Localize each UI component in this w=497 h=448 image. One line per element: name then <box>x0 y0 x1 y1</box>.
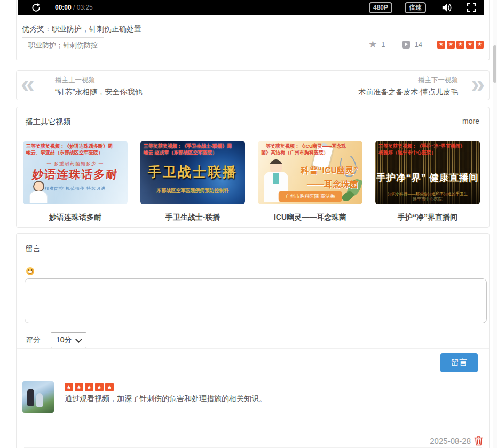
thumb-award-banner: 三等奖获奖视频：《妙语连珠话多耐》周峻云、李亚喆（东部战区空军医院） <box>26 143 115 156</box>
video-thumbnail[interactable]: 一等奖获奖视频：《ICU幽灵——耳念珠菌》高洁梅（广州市胸科医院） 科普“ICU… <box>258 141 362 204</box>
section-heading: 播主其它视频 <box>26 117 70 127</box>
rating-star-icon: ★ <box>456 41 464 49</box>
thumbnail-row: 三等奖获奖视频：《妙语连珠话多耐》周峻云、李亚喆（东部战区空军医院） 一 多重耐… <box>23 141 480 222</box>
chevron-down-icon <box>75 336 82 343</box>
thumb-main-text: 妙语连珠话多耐 <box>23 167 128 182</box>
thumb-award-banner: 三等奖获奖视频：《手卫生战士-联播》周峻云 赵戎章（东部战区空军医院） <box>144 143 232 156</box>
video-title: 优秀奖：职业防护，针刺伤正确处置 <box>22 25 141 34</box>
thumb-main-text: 手卫战士联播 <box>140 163 245 181</box>
speed-button[interactable]: 倍速 <box>405 2 426 13</box>
video-player-controls: 00:00 / 03:25 480P 倍速 <box>18 0 484 15</box>
replay-icon[interactable] <box>31 3 41 13</box>
fullscreen-icon[interactable] <box>467 3 476 12</box>
video-card-title[interactable]: ICU幽灵——耳念珠菌 <box>258 213 362 222</box>
video-tag[interactable]: 职业防护；针刺伤防控 <box>22 37 104 53</box>
rating-select-value: 10分 <box>56 335 72 345</box>
comments-section: 留言 评分 10分 留言 ★ ★ ★ ★ ★ 通过观看视频，加深了针刺伤的危害和… <box>16 233 490 448</box>
prev-next-nav: « 播主上一视频 “针芯”永相随，安全你我他 播主下一视频 术前准备之备皮术-懂… <box>16 70 490 100</box>
scrollbar-thumb[interactable] <box>493 45 496 83</box>
thumb-main-text: 手护净“界” 健康直播间 <box>375 171 480 184</box>
thumb-award-banner: 一等奖获奖视频：《ICU幽灵——耳念珠菌》高洁梅（广州市胸科医院） <box>261 143 350 156</box>
video-thumbnail[interactable]: 三等奖获奖视频：《手卫生战士-联播》周峻云 赵戎章（东部战区空军医院） 手卫战士… <box>140 141 245 204</box>
thumb-award-banner: 三等奖获奖视频：《手护“净”界直播间》杨雅婷（遂宁市中心医院） <box>378 143 467 156</box>
video-card[interactable]: 三等奖获奖视频：《手护“净”界直播间》杨雅婷（遂宁市中心医院） 手护净“界” 健… <box>375 141 480 222</box>
rating-select[interactable]: 10分 <box>51 332 86 348</box>
nurse-cartoon-icon <box>29 181 48 204</box>
next-video-label: 播主下一视频 <box>358 76 458 85</box>
divider <box>17 348 489 349</box>
rating-star-icon: ★ <box>95 383 104 391</box>
video-card[interactable]: 一等奖获奖视频：《ICU幽灵——耳念珠菌》高洁梅（广州市胸科医院） 科普“ICU… <box>258 141 362 222</box>
duration: 03:25 <box>77 4 93 11</box>
comment-rating-stars: ★ ★ ★ ★ ★ <box>65 383 114 391</box>
rating-star-icon: ★ <box>437 41 445 49</box>
thumb-main-text-2: ——耳念珠菌 <box>307 179 358 190</box>
play-count: 14 <box>415 41 422 49</box>
comments-heading: 留言 <box>26 244 41 254</box>
current-time: 00:00 <box>55 4 72 11</box>
time-display: 00:00 / 03:25 <box>55 4 93 11</box>
volume-icon[interactable] <box>441 3 453 12</box>
more-link[interactable]: more <box>462 117 479 125</box>
rating-star-icon: ★ <box>447 41 455 49</box>
page-scrollbar[interactable] <box>493 0 497 448</box>
favorite-count: 1 <box>381 41 385 49</box>
rating-star-icon: ★ <box>105 383 114 391</box>
other-videos-section: 播主其它视频 more 三等奖获奖视频：《妙语连珠话多耐》周峻云、李亚喆（东部战… <box>16 107 490 228</box>
video-card-title[interactable]: 手卫生战士-联播 <box>140 213 245 222</box>
comment-text: 通过观看视频，加深了针刺伤的危害和处理措施的相关知识。 <box>65 394 266 404</box>
chevron-left-icon[interactable]: « <box>21 71 35 96</box>
video-stats: ★ 1 14 ★ ★ ★ ★ ★ <box>368 40 484 49</box>
divider <box>17 133 489 133</box>
rating-star-icon: ★ <box>85 383 93 391</box>
next-video-title[interactable]: 术前准备之备皮术-懂点儿皮毛 <box>358 87 458 97</box>
video-thumbnail[interactable]: 三等奖获奖视频：《手护“净”界直播间》杨雅婷（遂宁市中心医院） 手护净“界” 健… <box>375 141 480 204</box>
rating-row: 评分 10分 <box>26 332 86 348</box>
trash-icon[interactable] <box>474 436 483 446</box>
video-card-title[interactable]: 手护“净”界直播间 <box>375 213 480 222</box>
thumb-main-text: 科普“ICU幽灵” <box>301 165 358 177</box>
star-icon[interactable]: ★ <box>368 40 377 49</box>
comment-date: 2025-08-28 <box>430 436 471 445</box>
submit-comment-button[interactable]: 留言 <box>440 353 478 372</box>
divider <box>17 263 489 263</box>
comment-meta: 2025-08-28 <box>430 436 483 446</box>
rating-label: 评分 <box>26 335 41 345</box>
thumb-caption: 东部战区空军医院疾病预防控制科 <box>140 187 245 194</box>
rating-star-icon: ★ <box>466 41 474 49</box>
play-count-icon <box>402 41 410 49</box>
video-card-title[interactable]: 妙语连珠话多耐 <box>23 213 128 222</box>
time-separator: / <box>72 4 77 11</box>
commenter-avatar[interactable] <box>22 381 54 413</box>
video-card[interactable]: 三等奖获奖视频：《妙语连珠话多耐》周峻云、李亚喆（东部战区空军医院） 一 多重耐… <box>23 141 128 222</box>
comment-input[interactable] <box>25 278 487 323</box>
quality-button[interactable]: 480P <box>369 2 392 13</box>
video-thumbnail[interactable]: 三等奖获奖视频：《妙语连珠话多耐》周峻云、李亚喆（东部战区空军医院） 一 多重耐… <box>23 141 128 204</box>
video-info-card: 00:00 / 03:25 480P 倍速 优秀奖：职业防护，针刺伤正确处置 职… <box>16 0 490 60</box>
video-rating-stars[interactable]: ★ ★ ★ ★ ★ <box>437 41 484 49</box>
thumb-footer: 遂宁市中心医院 <box>375 196 480 202</box>
rating-star-icon: ★ <box>65 383 73 391</box>
prev-video-link[interactable]: 播主上一视频 “针芯”永相随，安全你我他 <box>55 76 142 97</box>
thumb-caption: 广州市胸科医院 高洁梅 <box>279 191 342 202</box>
prev-video-label: 播主上一视频 <box>55 76 142 85</box>
rating-star-icon: ★ <box>476 41 484 49</box>
video-card[interactable]: 三等奖获奖视频：《手卫生战士-联播》周峻云 赵戎章（东部战区空军医院） 手卫战士… <box>140 141 245 222</box>
grinning-face-icon[interactable] <box>26 267 34 275</box>
next-video-link[interactable]: 播主下一视频 术前准备之备皮术-懂点儿皮毛 <box>358 76 458 97</box>
chevron-right-icon[interactable]: » <box>471 71 485 96</box>
rating-star-icon: ★ <box>75 383 83 391</box>
prev-video-title[interactable]: “针芯”永相随，安全你我他 <box>55 87 142 97</box>
video-detail-page: 00:00 / 03:25 480P 倍速 优秀奖：职业防护，针刺伤正确处置 职… <box>0 0 497 448</box>
